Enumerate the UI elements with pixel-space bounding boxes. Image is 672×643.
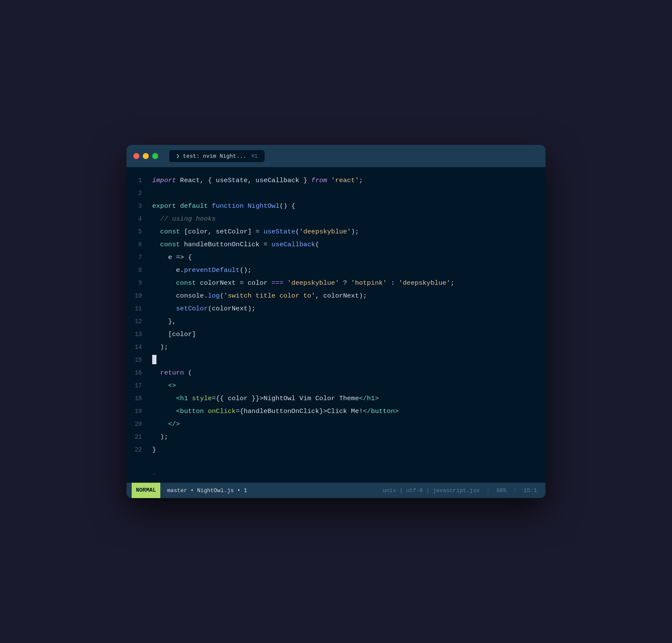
line-content: const [color, setColor] = useState('deep… [152,225,545,238]
minimize-button[interactable] [143,153,149,159]
line-number: 16 [127,366,152,379]
line-content: const handleButtonOnClick = useCallback( [152,238,545,251]
line-content: }, [152,315,545,328]
cursor [152,355,156,364]
code-line: 10 console.log('switch title color to', … [127,289,545,302]
editor-tab[interactable]: ❯ test: nvim Night... ⌘1 [169,150,265,162]
status-mode: NORMAL [132,483,160,498]
code-line: 16 return ( [127,366,545,379]
line-content: e.preventDefault(); [152,264,545,277]
tab-title: test: nvim Night... [183,153,246,159]
code-line: 6 const handleButtonOnClick = useCallbac… [127,238,545,251]
line-number: 8 [127,264,152,277]
line-number: 5 [127,225,152,238]
statusbar: NORMAL master • NightOwl.js • 1 unix | u… [127,483,545,498]
code-line: 9 const colorNext = color === 'deepskybl… [127,277,545,289]
line-number: 3 [127,200,152,212]
line-number: 2 [127,187,152,200]
code-line: 12 }, [127,315,545,328]
line-content: <> [152,379,545,392]
tilde-section: ~ [127,466,545,483]
line-number: 1 [127,174,152,187]
line-content: // using hooks [152,212,545,225]
line-number: 15 [127,354,152,366]
line-content: console.log('switch title color to', col… [152,289,545,302]
line-number: 19 [127,405,152,418]
code-line: 22} [127,443,545,456]
code-line: 18 <h1 style={{ color }}>NightOwl Vim Co… [127,392,545,405]
status-branch: master • NightOwl.js • 1 [160,487,254,494]
status-encoding: unix | utf-8 | javascript.jsx [380,487,483,494]
line-content: import React, { useState, useCallback } … [152,174,545,187]
line-content: } [152,443,545,456]
line-content: ); [152,341,545,354]
code-editor[interactable]: 1import React, { useState, useCallback }… [127,167,545,466]
line-number: 12 [127,315,152,328]
line-content: [color] [152,328,545,341]
code-line: 13 [color] [127,328,545,341]
code-line: 15 [127,354,545,366]
code-line: 7 e => { [127,251,545,264]
line-number: 10 [127,289,152,302]
line-number: 4 [127,212,152,225]
line-content [152,187,545,200]
line-number: 18 [127,392,152,405]
code-line: 19 <button onClick={handleButtonOnClick}… [127,405,545,418]
line-content: return ( [152,366,545,379]
code-line: 5 const [color, setColor] = useState('de… [127,225,545,238]
code-line: 20 </> [127,418,545,431]
code-line: 2 [127,187,545,200]
code-line: 8 e.preventDefault(); [127,264,545,277]
close-button[interactable] [133,153,139,159]
line-number: 6 [127,238,152,251]
code-line: 1import React, { useState, useCallback }… [127,174,545,187]
line-content: </> [152,418,545,431]
status-zoom: 68% [493,487,510,494]
line-number: 9 [127,277,152,289]
code-line: 11 setColor(colorNext); [127,302,545,315]
status-position: 15:1 [520,487,540,494]
line-number: 22 [127,443,152,456]
line-number: 17 [127,379,152,392]
line-content [152,354,545,366]
line-number: 14 [127,341,152,354]
line-number: 21 [127,431,152,443]
status-right: unix | utf-8 | javascript.jsx | 68% | 15… [380,487,541,494]
line-number: 11 [127,302,152,315]
code-line: 17 <> [127,379,545,392]
line-number: 13 [127,328,152,341]
code-line: 3export default function NightOwl() { [127,200,545,212]
code-line: 14 ); [127,341,545,354]
line-content: const colorNext = color === 'deepskyblue… [152,277,545,289]
code-line: 21 ); [127,431,545,443]
traffic-lights [133,153,158,159]
line-content: setColor(colorNext); [152,302,545,315]
line-number: 20 [127,418,152,431]
tab-shortcut: ⌘1 [251,153,257,159]
line-content: <h1 style={{ color }}>NightOwl Vim Color… [152,392,545,405]
editor-window: ❯ test: nvim Night... ⌘1 1import React, … [127,145,545,498]
terminal-icon: ❯ [176,153,180,159]
line-content: <button onClick={handleButtonOnClick}>Cl… [152,405,545,418]
line-content: ); [152,431,545,443]
line-content: export default function NightOwl() { [152,200,545,212]
titlebar: ❯ test: nvim Night... ⌘1 [127,145,545,167]
line-number: 7 [127,251,152,264]
maximize-button[interactable] [152,153,158,159]
line-content: e => { [152,251,545,264]
code-line: 4 // using hooks [127,212,545,225]
